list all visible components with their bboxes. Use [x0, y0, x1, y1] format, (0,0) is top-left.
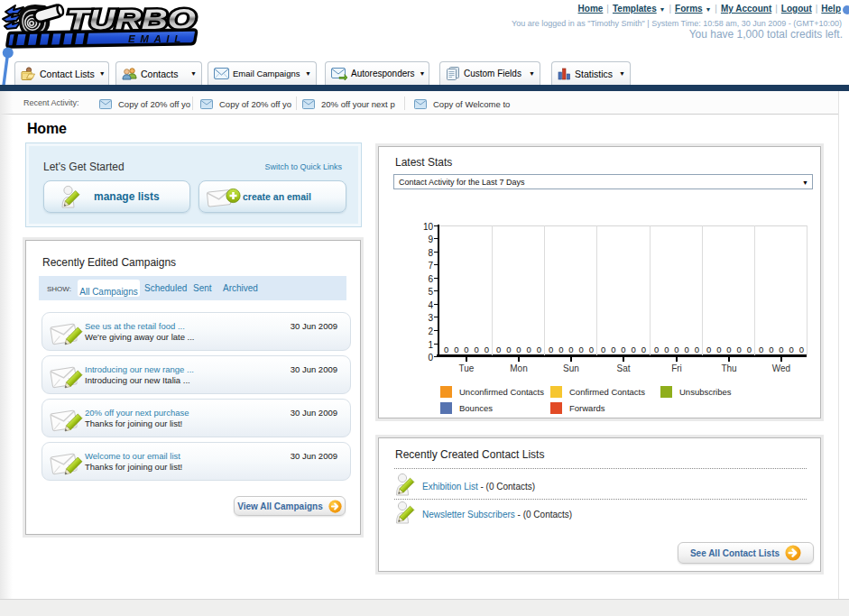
svg-text:EMAIL: EMAIL [128, 34, 186, 45]
